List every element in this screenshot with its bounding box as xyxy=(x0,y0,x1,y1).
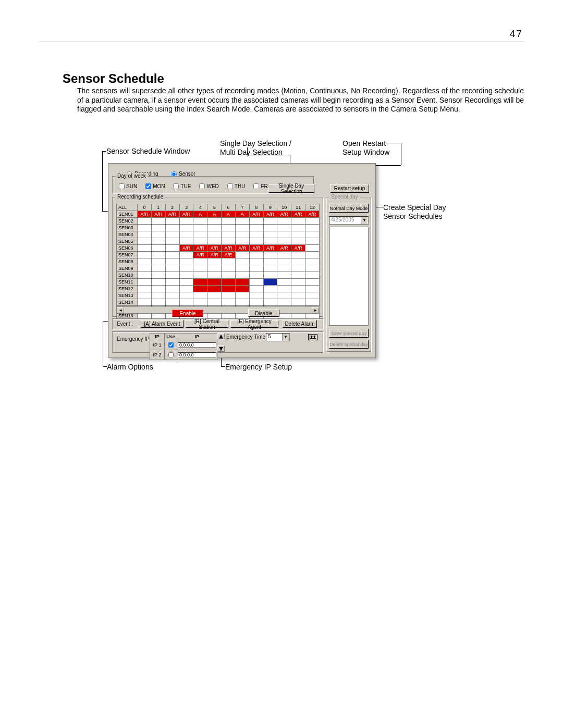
callout-special-day: Create Special Day Sensor Schedules xyxy=(383,203,446,221)
day-checkbox-tue[interactable]: TUE xyxy=(171,182,191,191)
callout-alarm-options: Alarm Options xyxy=(107,363,153,372)
group-recording-schedule: Recording schedule ALL0123456789101112SE… xyxy=(112,197,324,317)
day-checkbox-wed[interactable]: WED xyxy=(197,182,218,191)
special-day-list[interactable] xyxy=(329,227,369,326)
day-checkbox-fri[interactable]: FRI xyxy=(251,182,269,191)
scroll-left-icon[interactable]: ◂ xyxy=(117,307,124,313)
group-emergency-ip: Emergency IP : IPUseIPIP 1IP 2 ▴ ▾ Emerg… xyxy=(112,331,324,353)
callout-sensor-window: Sensor Schedule Window xyxy=(106,147,190,156)
emergency-time-select[interactable]: 5 xyxy=(266,333,290,341)
ip-table[interactable]: IPUseIPIP 1IP 2 xyxy=(150,333,217,360)
delete-alarm-button[interactable]: Delete Alarm xyxy=(283,320,317,328)
emergency-agent-button[interactable]: [E] Emergency Agent xyxy=(230,320,278,328)
restart-setup-button[interactable]: Restart setup xyxy=(330,184,369,193)
section-paragraph: The sensors will supersede all other typ… xyxy=(77,87,524,114)
horizontal-scrollbar[interactable]: ◂ ▸ xyxy=(116,306,320,314)
normal-day-mode-button[interactable]: Normal Day Mode xyxy=(329,204,369,213)
special-date-select[interactable]: 4/25/2005 xyxy=(329,216,369,225)
ip-scroll-down-icon[interactable]: ▾ xyxy=(217,346,225,352)
day-checkbox-mon[interactable]: MON xyxy=(143,182,165,191)
enable-button[interactable]: Enable xyxy=(172,310,203,317)
day-checkbox-thu[interactable]: THU xyxy=(225,182,246,191)
sensor-schedule-dialog: Recording Sensor Day of week SUNMONTUEWE… xyxy=(108,163,376,358)
schedule-grid[interactable]: ALL0123456789101112SEN01A/RA/RA/RA/RAAAA… xyxy=(116,204,320,319)
delete-special-day-button[interactable]: Delete special day xyxy=(329,340,369,349)
disable-button[interactable]: Disable xyxy=(248,310,279,317)
alarm-event-button[interactable]: [A] Alarm Event xyxy=(141,320,183,328)
save-special-day-button[interactable]: Save special day xyxy=(329,329,369,338)
callout-emergency-ip: Emergency IP Setup xyxy=(225,363,292,372)
central-station-button[interactable]: [R] Central Station xyxy=(186,320,228,328)
day-checkbox-sun[interactable]: SUN xyxy=(117,182,137,191)
group-special-day: Special day Normal Day Mode 4/25/2005 Sa… xyxy=(326,197,372,352)
page-number: 47 xyxy=(510,28,523,40)
single-day-selection-button[interactable]: Single Day Selection xyxy=(268,184,314,193)
section-heading: Sensor Schedule xyxy=(63,71,164,86)
keyboard-icon[interactable] xyxy=(308,334,317,340)
callout-restart: Open Restart Setup Window xyxy=(342,139,389,157)
ip-scroll-up-icon[interactable]: ▴ xyxy=(217,333,225,339)
group-event: Event : [A] Alarm Event [R] Central Stat… xyxy=(112,318,324,330)
scroll-right-icon[interactable]: ▸ xyxy=(312,307,319,313)
callout-day-selection: Single Day Selection / Multi Day Selecti… xyxy=(220,139,291,157)
